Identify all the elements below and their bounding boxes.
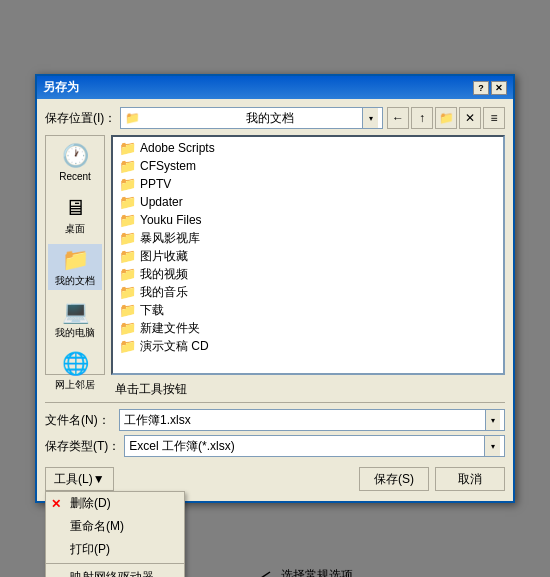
file-item-name: CFSystem xyxy=(140,159,196,173)
file-item[interactable]: 📁下载 xyxy=(115,301,501,319)
desktop-icon: 🖥 xyxy=(64,195,86,221)
delete-x-icon: ✕ xyxy=(51,497,61,511)
menu-item-rename[interactable]: 重命名(M) xyxy=(46,515,184,538)
folder-icon: 📁 xyxy=(125,111,241,125)
menu-item-print[interactable]: 打印(P) xyxy=(46,538,184,561)
title-bar-controls: ? ✕ xyxy=(473,81,507,95)
file-item[interactable]: 📁我的音乐 xyxy=(115,283,501,301)
select-arrow-svg xyxy=(215,567,275,577)
sidebar-item-desktop[interactable]: 🖥 桌面 xyxy=(48,192,102,238)
file-item[interactable]: 📁暴风影视库 xyxy=(115,229,501,247)
file-item[interactable]: 📁图片收藏 xyxy=(115,247,501,265)
sidebar-item-recent[interactable]: 🕐 Recent xyxy=(48,140,102,186)
location-label: 保存位置(I)： xyxy=(45,110,116,127)
filetype-row: 保存类型(T)： Excel 工作簿(*.xlsx) ▾ xyxy=(45,435,505,457)
file-folder-icon: 📁 xyxy=(119,284,136,300)
file-item-name: 演示文稿 CD xyxy=(140,338,209,355)
network-icon: 🌐 xyxy=(62,351,89,377)
menu-item-delete[interactable]: ✕ 删除(D) xyxy=(46,492,184,515)
click-annotation: 单击工具按钮 xyxy=(115,381,505,398)
file-folder-icon: 📁 xyxy=(119,230,136,246)
location-dropdown[interactable]: 📁 我的文档 ▾ xyxy=(120,107,383,129)
location-row: 保存位置(I)： 📁 我的文档 ▾ ← ↑ 📁 ✕ ≡ xyxy=(45,107,505,129)
mydocs-icon: 📁 xyxy=(62,247,89,273)
filename-input[interactable] xyxy=(124,413,485,427)
file-item-name: 暴风影视库 xyxy=(140,230,200,247)
file-folder-icon: 📁 xyxy=(119,320,136,336)
file-item[interactable]: 📁Youku Files xyxy=(115,211,501,229)
filename-row: 文件名(N)： ▾ xyxy=(45,409,505,431)
file-item-name: Youku Files xyxy=(140,213,202,227)
file-folder-icon: 📁 xyxy=(119,248,136,264)
right-buttons: 保存(S) 取消 xyxy=(359,467,505,491)
sidebar-item-desktop-label: 桌面 xyxy=(65,223,85,235)
filename-dropdown-arrow[interactable]: ▾ xyxy=(485,410,500,430)
select-annotation-label: 选择常规选项 xyxy=(281,567,353,577)
dialog-title: 另存为 xyxy=(43,79,79,96)
sidebar-item-recent-label: Recent xyxy=(59,171,91,183)
filetype-dropdown-arrow[interactable]: ▾ xyxy=(484,436,500,456)
location-dropdown-arrow[interactable]: ▾ xyxy=(362,108,378,128)
new-folder-button[interactable]: 📁 xyxy=(435,107,457,129)
save-as-dialog: 另存为 ? ✕ 保存位置(I)： 📁 我的文档 ▾ ← ↑ 📁 ✕ ≡ xyxy=(35,74,515,503)
menu-item-map-drive[interactable]: 映射网络驱动器(N)... xyxy=(46,566,184,577)
file-item-name: 下载 xyxy=(140,302,164,319)
file-item-name: Updater xyxy=(140,195,183,209)
location-value: 我的文档 xyxy=(246,110,362,127)
file-folder-icon: 📁 xyxy=(119,212,136,228)
file-item-name: PPTV xyxy=(140,177,171,191)
save-button[interactable]: 保存(S) xyxy=(359,467,429,491)
left-sidebar: 🕐 Recent 🖥 桌面 📁 我的文档 💻 我的电脑 🌐 网上邻 xyxy=(45,135,105,375)
tools-dropdown-container: 工具(L)▼ ✕ 删除(D) 重命名(M) 打印(P) xyxy=(45,467,114,491)
filetype-label: 保存类型(T)： xyxy=(45,438,120,455)
file-folder-icon: 📁 xyxy=(119,302,136,318)
file-list[interactable]: 📁Adobe Scripts📁CFSystem📁PPTV📁Updater📁You… xyxy=(111,135,505,375)
filetype-value: Excel 工作簿(*.xlsx) xyxy=(129,438,484,455)
file-item[interactable]: 📁PPTV xyxy=(115,175,501,193)
sidebar-item-mydocs-label: 我的文档 xyxy=(55,275,95,287)
file-folder-icon: 📁 xyxy=(119,194,136,210)
file-item[interactable]: 📁我的视频 xyxy=(115,265,501,283)
title-bar: 另存为 ? ✕ xyxy=(37,76,513,99)
file-folder-icon: 📁 xyxy=(119,266,136,282)
up-button[interactable]: ↑ xyxy=(411,107,433,129)
recent-icon: 🕐 xyxy=(62,143,89,169)
file-item[interactable]: 📁新建文件夹 xyxy=(115,319,501,337)
file-item-name: 我的音乐 xyxy=(140,284,188,301)
svg-line-1 xyxy=(225,572,270,577)
filename-input-wrapper[interactable]: ▾ xyxy=(119,409,505,431)
main-area: 🕐 Recent 🖥 桌面 📁 我的文档 💻 我的电脑 🌐 网上邻 xyxy=(45,135,505,375)
bottom-buttons-area: 工具(L)▼ ✕ 删除(D) 重命名(M) 打印(P) xyxy=(45,463,505,493)
select-annotation-wrapper: 选择常规选项 xyxy=(215,567,353,577)
filename-label: 文件名(N)： xyxy=(45,412,115,429)
help-button[interactable]: ? xyxy=(473,81,489,95)
form-section: 文件名(N)： ▾ 保存类型(T)： Excel 工作簿(*.xlsx) ▾ xyxy=(45,402,505,457)
close-button[interactable]: ✕ xyxy=(491,81,507,95)
sidebar-item-mypc[interactable]: 💻 我的电脑 xyxy=(48,296,102,342)
tools-button[interactable]: 工具(L)▼ xyxy=(45,467,114,491)
menu-separator-1 xyxy=(46,563,184,564)
delete-toolbar-button[interactable]: ✕ xyxy=(459,107,481,129)
file-item-name: 图片收藏 xyxy=(140,248,188,265)
file-folder-icon: 📁 xyxy=(119,338,136,354)
toolbar-icons: ← ↑ 📁 ✕ ≡ xyxy=(387,107,505,129)
file-folder-icon: 📁 xyxy=(119,140,136,156)
file-item-name: Adobe Scripts xyxy=(140,141,215,155)
file-folder-icon: 📁 xyxy=(119,176,136,192)
file-item-name: 新建文件夹 xyxy=(140,320,200,337)
sidebar-item-network[interactable]: 🌐 网上邻居 xyxy=(48,348,102,394)
filetype-input-wrapper[interactable]: Excel 工作簿(*.xlsx) ▾ xyxy=(124,435,505,457)
cancel-button[interactable]: 取消 xyxy=(435,467,505,491)
dialog-body: 保存位置(I)： 📁 我的文档 ▾ ← ↑ 📁 ✕ ≡ 🕐 Recent xyxy=(37,99,513,501)
tools-dropdown-menu: ✕ 删除(D) 重命名(M) 打印(P) 映射网络驱动器(N)... 属性(R) xyxy=(45,491,185,577)
sidebar-item-mydocs[interactable]: 📁 我的文档 xyxy=(48,244,102,290)
file-item-name: 我的视频 xyxy=(140,266,188,283)
file-item[interactable]: 📁演示文稿 CD xyxy=(115,337,501,355)
file-folder-icon: 📁 xyxy=(119,158,136,174)
sidebar-item-network-label: 网上邻居 xyxy=(55,379,95,391)
file-item[interactable]: 📁CFSystem xyxy=(115,157,501,175)
file-item[interactable]: 📁Adobe Scripts xyxy=(115,139,501,157)
view-button[interactable]: ≡ xyxy=(483,107,505,129)
back-button[interactable]: ← xyxy=(387,107,409,129)
file-item[interactable]: 📁Updater xyxy=(115,193,501,211)
